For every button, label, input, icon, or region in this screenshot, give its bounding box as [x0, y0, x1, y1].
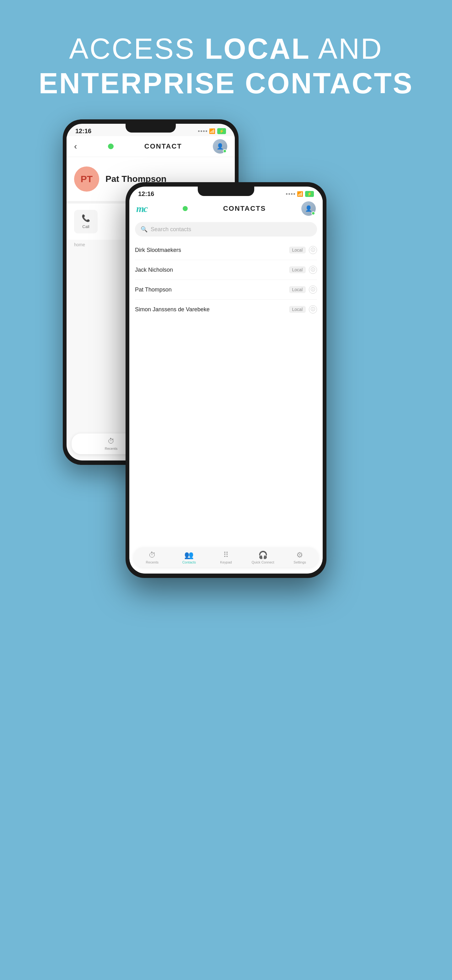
front-phone-notch	[198, 186, 254, 196]
back-phone-time: 12:16	[75, 127, 91, 135]
info-icon-0[interactable]: ⓘ	[309, 246, 317, 254]
signal-dots	[198, 130, 207, 132]
battery-icon: ⚡	[217, 128, 226, 134]
contact-row-right-3: Local ⓘ	[289, 305, 317, 313]
info-icon-3[interactable]: ⓘ	[309, 305, 317, 313]
back-phone-app-header: ‹ CONTACT 👤	[67, 136, 235, 157]
call-label: Call	[82, 224, 89, 229]
front-recents-label: Recents	[146, 560, 159, 564]
front-quickconnect-label: Quick Connect	[252, 560, 274, 564]
hero-line2: ENTERPRISE CONTACTS	[0, 66, 452, 100]
contact-list: Dirk Slootmaekers Local ⓘ Jack Nicholson…	[129, 240, 323, 319]
front-settings-icon: ⚙	[296, 550, 303, 559]
front-phone-screen: 12:16 📶 ⚡ mc CONTACTS	[129, 186, 323, 574]
app-logo: mc	[136, 203, 147, 215]
contact-row-0[interactable]: Dirk Slootmaekers Local ⓘ	[135, 240, 317, 260]
front-status-dot	[183, 206, 188, 211]
search-placeholder: Search contacts	[151, 226, 191, 233]
front-status-icons: 📶 ⚡	[286, 191, 314, 197]
contact-row-1[interactable]: Jack Nicholson Local ⓘ	[135, 260, 317, 280]
front-header-avatar: 👤	[301, 201, 316, 216]
front-phone-time: 12:16	[138, 190, 154, 197]
recents-label: Recents	[105, 447, 117, 450]
front-avatar-online-dot	[311, 212, 315, 215]
tab-front-contacts[interactable]: 👥 Contacts	[171, 550, 208, 564]
front-signal-dots	[286, 193, 295, 195]
front-contacts-icon: 👥	[184, 550, 193, 559]
local-badge-1: Local	[289, 266, 306, 273]
contact-row-right-0: Local ⓘ	[289, 246, 317, 254]
info-icon-2[interactable]: ⓘ	[309, 286, 317, 294]
local-badge-2: Local	[289, 286, 306, 293]
front-phone: 12:16 📶 ⚡ mc CONTACTS	[125, 182, 327, 578]
front-phone-tab-bar: ⏱ Recents 👥 Contacts ⠿ Keypad 🎧 Quick Co…	[134, 547, 318, 567]
contact-row-3[interactable]: Simon Janssens de Varebeke Local ⓘ	[135, 300, 317, 319]
front-settings-label: Settings	[293, 560, 306, 564]
call-button[interactable]: 📞 Call	[74, 210, 98, 233]
contact-row-right-2: Local ⓘ	[289, 286, 317, 294]
info-icon-1[interactable]: ⓘ	[309, 266, 317, 274]
hero-line1: ACCESS LOCAL AND	[0, 32, 452, 66]
front-wifi-icon: 📶	[297, 191, 303, 197]
local-badge-3: Local	[289, 306, 306, 313]
search-icon: 🔍	[141, 226, 147, 233]
tab-front-settings[interactable]: ⚙ Settings	[281, 550, 318, 564]
phones-container: 12:16 📶 ⚡ ‹ CONTACT	[53, 119, 399, 936]
contact-name-2: Pat Thompson	[135, 286, 172, 293]
back-phone-notch	[125, 124, 176, 132]
back-button[interactable]: ‹	[74, 142, 77, 151]
tab-front-keypad[interactable]: ⠿ Keypad	[208, 550, 244, 564]
tab-front-quickconnect[interactable]: 🎧 Quick Connect	[244, 550, 282, 564]
status-green-dot	[108, 143, 114, 149]
local-badge-0: Local	[289, 247, 306, 253]
contact-row-2[interactable]: Pat Thompson Local ⓘ	[135, 280, 317, 300]
contact-name-0: Dirk Slootmaekers	[135, 247, 181, 253]
wifi-icon: 📶	[209, 128, 215, 134]
contact-avatar: PT	[74, 167, 99, 192]
phone-icon: 📞	[82, 214, 90, 223]
hero-section: ACCESS LOCAL AND ENTERPRISE CONTACTS	[0, 0, 452, 101]
front-contacts-label: Contacts	[182, 560, 196, 564]
header-avatar: 👤	[213, 139, 227, 154]
front-recents-icon: ⏱	[149, 550, 156, 559]
front-phone-app-header: mc CONTACTS 👤	[129, 199, 323, 218]
avatar-online-dot	[223, 149, 227, 153]
recents-icon: ⏱	[108, 437, 114, 445]
front-quickconnect-icon: 🎧	[259, 550, 268, 559]
contacts-header-title: CONTACTS	[223, 204, 266, 213]
back-phone-status-icons: 📶 ⚡	[198, 128, 226, 134]
contact-row-right-1: Local ⓘ	[289, 266, 317, 274]
contact-initials: PT	[81, 174, 93, 185]
contact-name-1: Jack Nicholson	[135, 267, 173, 273]
contact-header-title: CONTACT	[144, 142, 182, 150]
search-bar[interactable]: 🔍 Search contacts	[135, 222, 317, 237]
front-battery-icon: ⚡	[305, 191, 314, 197]
tab-front-recents[interactable]: ⏱ Recents	[134, 550, 171, 564]
front-keypad-icon: ⠿	[223, 550, 229, 559]
contact-name-3: Simon Janssens de Varebeke	[135, 306, 210, 313]
front-keypad-label: Keypad	[220, 560, 232, 564]
